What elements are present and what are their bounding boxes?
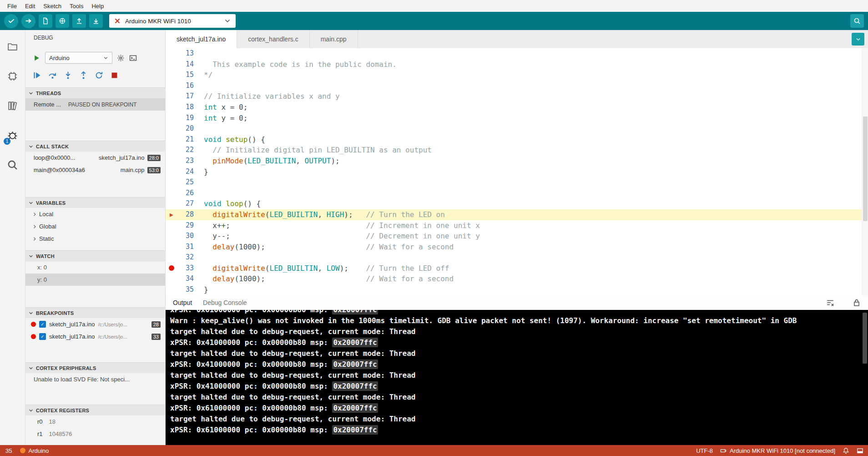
variables-group-static[interactable]: Static xyxy=(25,233,165,245)
gutter-line-13[interactable]: 13 xyxy=(166,48,204,59)
board-status[interactable]: Arduino MKR WiFi 1010 [not connected] xyxy=(720,447,835,454)
encoding-indicator[interactable]: UTF-8 xyxy=(696,447,713,454)
terminal-output[interactable]: xPSR: 0x61000000 pc: 0x00000b80 msp: 0x2… xyxy=(166,310,868,445)
code-editor[interactable]: 1314 This example code is in the public … xyxy=(166,48,868,295)
clear-output-icon[interactable] xyxy=(826,299,834,307)
gutter-line-31[interactable]: 31 xyxy=(166,242,204,253)
continue-button[interactable] xyxy=(33,71,41,80)
section-variables[interactable]: VARIABLES xyxy=(25,197,165,208)
tab-cortex-handlers-c[interactable]: cortex_handlers.c xyxy=(237,30,310,48)
board-selector[interactable]: Arduino MKR WiFi 1010 xyxy=(109,14,236,28)
stop-button[interactable] xyxy=(110,71,119,80)
terminal-line: target halted due to debug-request, curr… xyxy=(170,392,863,403)
section-cortex-peripherals[interactable]: CORTEX PERIPHERALS xyxy=(25,362,165,373)
gutter-line-22[interactable]: 22 xyxy=(166,145,204,156)
start-debugging-button[interactable] xyxy=(33,54,40,62)
watch-item[interactable]: y: 0 xyxy=(25,274,165,286)
gutter-line-24[interactable]: 24 xyxy=(166,167,204,177)
tab-main-cpp[interactable]: main.cpp xyxy=(310,30,358,48)
verify-button[interactable] xyxy=(4,14,18,28)
gutter-line-28[interactable]: ▶28 xyxy=(166,209,204,220)
gear-icon[interactable] xyxy=(117,54,125,62)
bottom-tab-output[interactable]: Output xyxy=(173,299,192,306)
code-text: This example code is in the public domai… xyxy=(204,59,397,70)
bell-icon[interactable] xyxy=(843,447,849,454)
menu-tools[interactable]: Tools xyxy=(66,1,87,11)
variables-group-global[interactable]: Global xyxy=(25,220,165,233)
call-stack-frame[interactable]: loop@0x0000...sketch_jul17a.ino28:0 xyxy=(25,152,165,164)
terminal-scrollbar-thumb[interactable] xyxy=(863,313,867,364)
gutter-line-32[interactable]: 32 xyxy=(166,252,204,263)
editor-column: sketch_jul17a.inocortex_handlers.cmain.c… xyxy=(166,30,868,445)
activity-search[interactable] xyxy=(7,159,18,172)
gutter-line-26[interactable]: 26 xyxy=(166,188,204,199)
menu-help[interactable]: Help xyxy=(88,1,107,11)
editor-scrollbar[interactable] xyxy=(862,48,868,295)
code-text: // Initialize variables x and y xyxy=(204,91,340,102)
gutter-line-29[interactable]: 29 xyxy=(166,220,204,231)
step-into-button[interactable] xyxy=(64,71,72,80)
register-row[interactable]: r018 xyxy=(25,415,165,428)
debug-profile-select[interactable]: Arduino xyxy=(45,52,112,64)
restart-button[interactable] xyxy=(95,71,103,80)
activity-library-manager[interactable] xyxy=(7,100,18,113)
new-sketch-button[interactable] xyxy=(39,14,52,28)
breakpoint-checkbox[interactable]: ✓ xyxy=(39,333,46,340)
search-button[interactable] xyxy=(850,14,864,28)
menu-file[interactable]: File xyxy=(4,1,20,11)
gutter-line-33[interactable]: 33 xyxy=(166,263,204,274)
frame-location: main.cpp53:0 xyxy=(121,167,161,173)
gutter-line-17[interactable]: 17 xyxy=(166,91,204,102)
export-binary-button[interactable] xyxy=(72,14,86,28)
activity-debug[interactable]: 1 xyxy=(7,130,18,143)
section-call-stack[interactable]: CALL STACK xyxy=(25,141,165,152)
section-watch[interactable]: WATCH xyxy=(25,250,165,261)
register-rows: r018r11048576 xyxy=(25,415,165,440)
step-out-button[interactable] xyxy=(79,71,88,80)
editor-dropdown-button[interactable] xyxy=(852,33,864,46)
breakpoint-checkbox[interactable]: ✓ xyxy=(39,321,46,328)
gutter-line-27[interactable]: 27 xyxy=(166,198,204,209)
code-line-22: 22 // Initialize digital pin LED_BUILTIN… xyxy=(166,145,868,156)
editor-scrollbar-thumb[interactable] xyxy=(863,117,868,221)
import-binary-button[interactable] xyxy=(89,14,103,28)
gutter-line-14[interactable]: 14 xyxy=(166,59,204,70)
bottom-tab-bar: OutputDebug Console xyxy=(166,295,868,310)
gutter-line-23[interactable]: 23 xyxy=(166,156,204,167)
watch-item[interactable]: x: 0 xyxy=(25,261,165,274)
gutter-line-16[interactable]: 16 xyxy=(166,81,204,91)
menu-edit[interactable]: Edit xyxy=(21,1,39,11)
upload-button[interactable] xyxy=(21,14,35,28)
gutter-line-21[interactable]: 21 xyxy=(166,134,204,145)
activity-boards-manager[interactable] xyxy=(7,71,18,84)
books-icon xyxy=(7,100,18,111)
toolbar: Arduino MKR WiFi 1010 xyxy=(0,12,868,30)
section-threads[interactable]: THREADS xyxy=(25,87,165,98)
step-over-button[interactable] xyxy=(48,71,57,80)
activity-sketchbook[interactable] xyxy=(7,41,18,54)
variables-group-local[interactable]: Local xyxy=(25,208,165,220)
gutter-line-30[interactable]: 30 xyxy=(166,231,204,242)
debug-console-icon[interactable] xyxy=(129,54,137,62)
gutter-line-20[interactable]: 20 xyxy=(166,123,204,134)
call-stack-frame[interactable]: main@0x000034a6main.cpp53:0 xyxy=(25,164,165,176)
section-cortex-registers[interactable]: CORTEX REGISTERS xyxy=(25,405,165,415)
gutter-line-34[interactable]: 34 xyxy=(166,274,204,284)
gutter-line-35[interactable]: 35 xyxy=(166,284,204,295)
breakpoint-item[interactable]: ✓sketch_jul17a.ino/c:/Users/jo...33 xyxy=(25,330,165,343)
gutter-line-18[interactable]: 18 xyxy=(166,102,204,113)
panel-toggle-icon[interactable] xyxy=(857,447,863,454)
debug-button[interactable] xyxy=(56,14,69,28)
lock-icon[interactable] xyxy=(853,299,861,307)
register-row[interactable]: r11048576 xyxy=(25,428,165,440)
tab-sketch-jul17a-ino[interactable]: sketch_jul17a.ino xyxy=(166,30,237,48)
menu-sketch[interactable]: Sketch xyxy=(40,1,65,11)
gutter-line-25[interactable]: 25 xyxy=(166,177,204,188)
breakpoint-item[interactable]: ✓sketch_jul17a.ino/c:/Users/jo...28 xyxy=(25,318,165,330)
thread-row[interactable]: Remote ... PAUSED ON BREAKPOINT xyxy=(25,98,165,111)
gutter-line-19[interactable]: 19 xyxy=(166,113,204,124)
debug-session-indicator[interactable]: Arduino xyxy=(20,447,49,454)
bottom-tab-debug-console[interactable]: Debug Console xyxy=(203,299,247,306)
gutter-line-15[interactable]: 15 xyxy=(166,70,204,81)
section-breakpoints[interactable]: BREAKPOINTS xyxy=(25,307,165,318)
